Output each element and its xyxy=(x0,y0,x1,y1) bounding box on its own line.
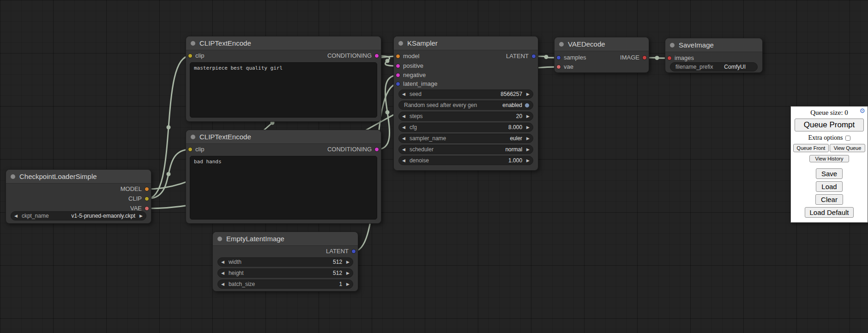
node-title-bar[interactable]: EmptyLatentImage xyxy=(213,232,358,246)
latent-output-port[interactable] xyxy=(351,249,356,254)
view-queue-button[interactable]: View Queue xyxy=(830,144,865,152)
view-history-button[interactable]: View History xyxy=(809,155,850,162)
toggle-dot-icon[interactable] xyxy=(524,103,530,108)
node-status-dot-icon xyxy=(398,41,403,46)
node-cliptextencode-positive[interactable]: CLIPTextEncode clip CONDITIONING masterp… xyxy=(186,36,381,122)
load-default-button[interactable]: Load Default xyxy=(805,207,853,218)
link-midpoint-dot xyxy=(167,125,171,130)
random-seed-toggle-widget[interactable]: Random seed after every gen enabled xyxy=(398,101,533,110)
node-title-bar[interactable]: KSampler xyxy=(394,36,538,50)
decrement-arrow-icon[interactable]: ◀ xyxy=(402,114,405,119)
link-midpoint-dot xyxy=(655,56,659,60)
increment-arrow-icon[interactable]: ▶ xyxy=(346,271,350,275)
node-emptylatentimage[interactable]: EmptyLatentImage LATENT ◀ width 512 ▶ ◀ … xyxy=(212,232,358,291)
clip-input-port[interactable] xyxy=(188,54,193,58)
node-vaedecode[interactable]: VAEDecode samples vae IMAGE xyxy=(554,37,649,73)
widget-value: normal xyxy=(505,146,522,153)
node-title-bar[interactable]: VAEDecode xyxy=(555,37,649,51)
node-title-bar[interactable]: CheckpointLoaderSimple xyxy=(6,170,151,184)
samples-input-port[interactable] xyxy=(556,55,561,60)
latent-output-label: LATENT xyxy=(506,53,529,60)
denoise-widget[interactable]: ◀ denoise 1.000 ▶ xyxy=(398,156,533,165)
widget-label: scheduler xyxy=(410,146,434,153)
vae-output-port[interactable] xyxy=(145,206,149,211)
node-graph-canvas[interactable]: CheckpointLoaderSimple MODEL CLIP VAE ◀ … xyxy=(0,0,868,333)
model-output-port[interactable] xyxy=(145,187,149,191)
node-cliptextencode-negative[interactable]: CLIPTextEncode clip CONDITIONING bad han… xyxy=(186,130,381,224)
extra-options-checkbox[interactable] xyxy=(845,136,850,141)
latent-image-input-port[interactable] xyxy=(396,82,400,86)
increment-arrow-icon[interactable]: ▶ xyxy=(526,125,530,130)
decrement-arrow-icon[interactable]: ◀ xyxy=(402,148,405,152)
node-title-bar[interactable]: CLIPTextEncode xyxy=(186,130,381,144)
widget-label: width xyxy=(229,259,241,265)
model-input-port[interactable] xyxy=(396,54,400,59)
clip-output-label: CLIP xyxy=(128,195,142,202)
increment-arrow-icon[interactable]: ▶ xyxy=(346,260,350,264)
extra-options-label: Extra options xyxy=(808,134,843,142)
decrement-arrow-icon[interactable]: ◀ xyxy=(221,271,224,275)
decrement-arrow-icon[interactable]: ◀ xyxy=(402,137,405,141)
decrement-arrow-icon[interactable]: ◀ xyxy=(402,159,405,163)
images-input-port[interactable] xyxy=(667,56,672,60)
negative-prompt-textarea[interactable]: bad hands xyxy=(190,156,377,220)
increment-arrow-icon[interactable]: ▶ xyxy=(526,137,530,141)
seed-widget[interactable]: ◀ seed 8566257 ▶ xyxy=(398,89,533,99)
conditioning-output-port[interactable] xyxy=(374,54,379,58)
node-saveimage[interactable]: SaveImage images filename_prefix ComfyUI xyxy=(665,38,763,73)
widget-value: 1.000 xyxy=(508,157,522,164)
model-input-label: model xyxy=(403,53,419,60)
clip-output-port[interactable] xyxy=(145,196,149,201)
widget-label: denoise xyxy=(410,157,429,164)
node-title-bar[interactable]: SaveImage xyxy=(665,38,762,52)
save-button[interactable]: Save xyxy=(816,168,843,179)
latent-output-port[interactable] xyxy=(531,54,536,59)
node-title: CLIPTextEncode xyxy=(199,39,251,47)
height-widget[interactable]: ◀ height 512 ▶ xyxy=(217,268,353,278)
node-checkpointloadersimple[interactable]: CheckpointLoaderSimple MODEL CLIP VAE ◀ … xyxy=(6,169,151,224)
increment-arrow-icon[interactable]: ▶ xyxy=(526,92,530,96)
widget-value: 8566257 xyxy=(500,91,522,97)
decrement-arrow-icon[interactable]: ◀ xyxy=(221,260,224,264)
decrement-arrow-icon[interactable]: ◀ xyxy=(221,282,224,286)
vae-input-port[interactable] xyxy=(556,65,561,69)
queue-front-button[interactable]: Queue Front xyxy=(793,144,829,152)
increment-arrow-icon[interactable]: ▶ xyxy=(346,282,350,286)
settings-gear-icon[interactable]: ⚙ xyxy=(859,108,865,114)
negative-input-label: negative xyxy=(403,71,426,79)
link-midpoint-dot xyxy=(544,55,549,59)
conditioning-output-port[interactable] xyxy=(374,147,379,152)
positive-prompt-textarea[interactable]: masterpiece best quality girl xyxy=(190,62,377,118)
negative-input-port[interactable] xyxy=(396,73,400,77)
widget-label: filename_prefix xyxy=(675,64,713,70)
widget-value: 1 xyxy=(339,281,342,287)
widget-label: sampler_name xyxy=(410,135,446,142)
ckpt-name-widget[interactable]: ◀ ckpt_name v1-5-pruned-emaonly.ckpt ▶ xyxy=(11,211,146,220)
clip-input-port[interactable] xyxy=(188,147,193,152)
decrement-arrow-icon[interactable]: ◀ xyxy=(402,92,405,96)
steps-widget[interactable]: ◀ steps 20 ▶ xyxy=(398,112,533,121)
positive-input-port[interactable] xyxy=(396,64,400,68)
width-widget[interactable]: ◀ width 512 ▶ xyxy=(217,257,353,267)
load-button[interactable]: Load xyxy=(816,181,842,192)
decrement-arrow-icon[interactable]: ◀ xyxy=(402,125,405,130)
increment-arrow-icon[interactable]: ▶ xyxy=(526,159,530,163)
widget-value: ComfyUI xyxy=(724,64,746,70)
decrement-arrow-icon[interactable]: ◀ xyxy=(14,214,18,218)
queue-prompt-button[interactable]: Queue Prompt xyxy=(795,119,864,131)
increment-arrow-icon[interactable]: ▶ xyxy=(526,148,530,152)
batch-size-widget[interactable]: ◀ batch_size 1 ▶ xyxy=(217,279,353,289)
clear-button[interactable]: Clear xyxy=(815,194,843,205)
cfg-widget[interactable]: ◀ cfg 8.000 ▶ xyxy=(398,123,533,132)
increment-arrow-icon[interactable]: ▶ xyxy=(526,114,530,119)
filename-prefix-widget[interactable]: filename_prefix ComfyUI xyxy=(670,62,758,71)
node-title-bar[interactable]: CLIPTextEncode xyxy=(186,36,381,50)
image-output-port[interactable] xyxy=(642,55,647,60)
clip-input-label: clip xyxy=(195,146,205,153)
increment-arrow-icon[interactable]: ▶ xyxy=(139,214,143,218)
sampler-name-widget[interactable]: ◀ sampler_name euler ▶ xyxy=(398,134,533,143)
scheduler-widget[interactable]: ◀ scheduler normal ▶ xyxy=(398,145,533,154)
latent-image-input-label: latent_image xyxy=(403,80,437,88)
node-ksampler[interactable]: KSampler model positive negative latent_… xyxy=(393,36,538,171)
samples-input-label: samples xyxy=(564,54,586,61)
